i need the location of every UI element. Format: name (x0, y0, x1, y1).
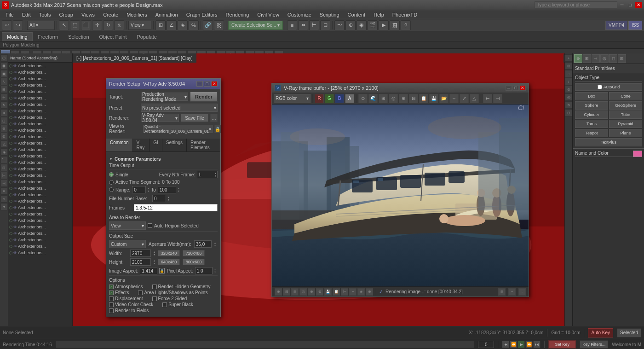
left-icon-12[interactable]: △ (0, 140, 8, 148)
render-btn[interactable]: ▶ (379, 20, 389, 30)
obj-plane[interactable]: Plane (609, 129, 642, 137)
rs-minimize-btn[interactable]: ─ (196, 81, 203, 87)
vfb-tool2[interactable]: 🌊 (368, 94, 378, 103)
auto-key-btn[interactable]: Auto Key (588, 328, 613, 337)
left-icon-9[interactable]: ◻ (0, 117, 8, 124)
tab-selection[interactable]: Selection (63, 32, 94, 41)
save-file-btn[interactable]: Save File (181, 114, 208, 122)
aperture-value[interactable]: 36,0 (194, 240, 212, 248)
scene-item[interactable]: ⬡ 👁 Archexteriors... (8, 140, 72, 146)
link-btn[interactable]: 🔗 (203, 20, 213, 30)
anim-start-btn[interactable]: ⏮ (502, 341, 509, 348)
vfb-status-icon12[interactable]: ⊕ (366, 288, 373, 296)
vfb-status-icon8[interactable]: 📋 (333, 288, 340, 296)
select-region-btn[interactable]: ⬚ (70, 20, 80, 30)
width-value[interactable]: 2970 (130, 250, 151, 257)
tab-populate[interactable]: Populate (132, 32, 161, 41)
help-btn[interactable]: ? (401, 20, 411, 30)
vfb-status-icon4[interactable]: ◎ (299, 288, 307, 296)
rp-display-icon[interactable]: ◻ (609, 54, 617, 63)
scene-item[interactable]: ⬡ 👁 Archexteriors... (8, 114, 72, 121)
scene-item[interactable]: ⬡ 👁 Archexteriors... (8, 88, 72, 95)
menu-content[interactable]: Content (344, 11, 369, 18)
rotate-btn[interactable]: ↻ (103, 20, 113, 30)
renderer-more-btn[interactable]: … (210, 114, 218, 122)
undo-btn[interactable]: ↩ (2, 20, 12, 30)
color-swatch[interactable] (633, 151, 642, 157)
render-to-fields-cb[interactable] (109, 308, 114, 313)
scene-item[interactable]: ⬡ 👁 Archexteriors... (8, 204, 72, 211)
unlink-btn[interactable]: ⛓ (214, 20, 224, 30)
res-320x240-btn[interactable]: 320x240 (158, 250, 180, 256)
menu-edit[interactable]: Edit (18, 11, 34, 18)
scene-item[interactable]: ⬡ 👁 Archexteriors... (8, 224, 72, 230)
rs-tab-render-elements[interactable]: Render Elements (187, 139, 220, 151)
range-start[interactable]: 0 (132, 186, 146, 193)
iss-icon[interactable]: ISS (628, 21, 642, 30)
scene-item[interactable]: ⬡ 👁 Archexteriors... (8, 217, 72, 224)
left-icon-8[interactable]: ⇔ (0, 109, 8, 116)
scene-item[interactable]: ⬡ 👁 Archexteriors... (8, 179, 72, 185)
left-icon-6[interactable]: ✛ (0, 93, 8, 101)
scene-list[interactable]: ⬡ 👁 Archexteriors... ⬡ 👁 Archexteriors..… (8, 63, 72, 326)
aspect-lock[interactable]: 🔒 (159, 268, 165, 273)
menu-animation[interactable]: Animation (152, 11, 182, 18)
rp-modify-icon[interactable]: ⊞ (583, 54, 591, 63)
schematic-btn[interactable]: ⊕ (345, 20, 356, 30)
autogrid-checkbox[interactable] (598, 85, 602, 89)
tab-freeform[interactable]: Freeform (33, 32, 63, 41)
vfb-tool6[interactable]: ⊟ (409, 94, 418, 103)
anim-play-btn[interactable]: ▶ (518, 341, 525, 348)
vfb-g-btn[interactable]: G (325, 94, 334, 103)
pixel-aspect-value[interactable]: 1,0 (195, 267, 213, 274)
displacement-cb[interactable] (109, 297, 114, 301)
every-nth-spinner[interactable]: 1 ▴ ▾ (197, 171, 218, 178)
right-nav-2[interactable]: ⊞ (565, 62, 572, 70)
render-hidden-cb[interactable] (152, 285, 157, 289)
vfb-tool8[interactable]: 💾 (429, 94, 438, 103)
scene-item[interactable]: ⬡ 👁 Archexteriors... (8, 82, 72, 88)
timeline-slider[interactable] (56, 341, 475, 348)
rs-tab-settings[interactable]: Settings (162, 139, 187, 151)
rs-tab-common[interactable]: Common (106, 139, 133, 151)
force-2sided-cb[interactable] (152, 297, 157, 301)
effects-cb[interactable]: ✓ (109, 291, 114, 295)
left-icon-10[interactable]: ⊕ (0, 125, 8, 132)
minimize-btn[interactable]: ─ (618, 2, 626, 8)
angle-snap-btn[interactable]: ∠ (167, 20, 177, 30)
scene-item[interactable]: ⬡ 👁 Archexteriors... (8, 166, 72, 172)
file-number-value[interactable]: 0 (152, 195, 166, 202)
vfb-zoom-in[interactable]: + (508, 288, 516, 296)
tab-object-paint[interactable]: Object Paint (94, 32, 132, 41)
menu-civil-view[interactable]: Civil View (253, 11, 282, 18)
scene-item[interactable]: ⬡ 👁 Archexteriors... (8, 198, 72, 204)
menu-group[interactable]: Group (55, 11, 77, 18)
obj-pyramid[interactable]: Pyramid (609, 120, 642, 128)
renderer-select[interactable]: V-Ray Adv 3.50.04 ▾ (141, 114, 179, 122)
move-btn[interactable]: ✛ (92, 20, 102, 30)
search-box[interactable]: Type a keyword or phrase (535, 1, 617, 9)
anim-next-frame-btn[interactable]: ⏩ (525, 341, 533, 348)
obj-textplus[interactable]: TextPlus (575, 138, 642, 146)
key-filters-btn[interactable]: Key Filters... (580, 340, 608, 349)
scene-item[interactable]: ⬡ 👁 Archexteriors... (8, 237, 72, 243)
left-icon-11[interactable]: ⊗ (0, 133, 8, 140)
scene-item[interactable]: ⬡ 👁 Archexteriors... (8, 250, 72, 256)
obj-box[interactable]: Box (575, 92, 608, 100)
rs-close-btn[interactable]: ✕ (211, 81, 218, 87)
vfb-tool12[interactable]: △ (470, 94, 479, 103)
autogrid-btn[interactable]: AutoGrid (575, 83, 642, 91)
vfb-minimize-btn[interactable]: ─ (506, 85, 512, 91)
target-select[interactable]: Production Rendering Mode ▾ (141, 93, 188, 101)
time-input[interactable] (478, 341, 494, 348)
percent-snap-btn[interactable]: % (189, 20, 199, 30)
scene-item[interactable]: ⬡ 👁 Archexteriors... (8, 153, 72, 159)
rp-utilities-icon[interactable]: ⊟ (618, 54, 626, 63)
layer-btn[interactable]: ⊟ (320, 20, 330, 30)
rp-create-icon[interactable]: ⊕ (574, 54, 582, 63)
scene-item[interactable]: ⬡ 👁 Archexteriors... (8, 63, 72, 69)
super-black-cb[interactable] (162, 302, 167, 307)
left-icon-1[interactable]: ⬡ (0, 54, 8, 62)
area-select[interactable]: View ▾ (109, 221, 146, 230)
obj-tube[interactable]: Tube (609, 111, 642, 119)
